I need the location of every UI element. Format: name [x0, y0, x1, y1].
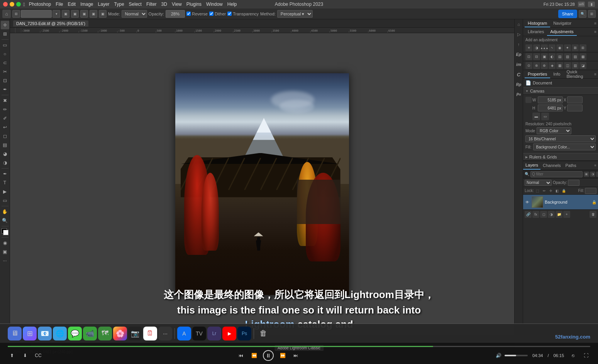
video-upload-icon[interactable]: ⬆	[8, 351, 16, 360]
adj-contrast[interactable]: ◑	[533, 44, 540, 51]
reverse-checkbox[interactable]	[186, 12, 191, 16]
dock-safari-icon[interactable]: 🌐	[53, 327, 67, 340]
video-step-forward-icon[interactable]: ⏩	[278, 351, 287, 360]
tool-history-brush[interactable]: ↩	[1, 123, 9, 131]
menu-layer[interactable]: Layer	[98, 2, 110, 7]
tool-healing[interactable]: ✖	[1, 96, 9, 105]
tool-marquee-ellipse[interactable]: ○	[1, 50, 9, 58]
tool-blur[interactable]: ◕	[1, 150, 9, 158]
link-proportions-icon[interactable]	[525, 97, 532, 103]
airplay-icon[interactable]: ⎋	[569, 351, 577, 360]
adj-vibrance[interactable]: ✦	[564, 44, 571, 51]
dock-trash-icon[interactable]: 🗑	[256, 327, 270, 340]
transparency-checkbox[interactable]	[227, 12, 232, 16]
fullscreen-icon[interactable]: ⛶	[582, 351, 590, 360]
ep-icon has-text big-text[interactable]: Ep	[515, 51, 522, 58]
video-pause-button[interactable]: ⏸	[263, 350, 274, 361]
toolbar-preset-input[interactable]	[21, 10, 52, 18]
video-cc-icon[interactable]: CC	[34, 351, 42, 360]
layers-panel-menu-icon[interactable]: ≡	[593, 163, 598, 168]
adj-extra-1[interactable]: ⊙	[525, 62, 532, 69]
dither-checkbox[interactable]	[209, 12, 213, 16]
pn-icon[interactable]: Pn	[515, 91, 522, 98]
adj-extra-4[interactable]: ◈	[549, 62, 556, 69]
layer-visibility-icon[interactable]: 👁	[525, 199, 530, 205]
tool-artboard[interactable]: ⊞	[1, 30, 9, 38]
layer-type-text-icon[interactable]: T	[596, 172, 598, 177]
toolbar-btn-3[interactable]: ▣	[80, 10, 88, 18]
tool-marquee-rect[interactable]: ▭	[1, 41, 9, 49]
fill-input[interactable]	[585, 188, 596, 194]
ps-home-icon[interactable]: ⌂	[515, 21, 522, 28]
search-icon[interactable]: 🔍	[579, 10, 586, 18]
video-step-back-icon[interactable]: ⏪	[250, 351, 258, 360]
tool-clone[interactable]: ✐	[1, 114, 9, 123]
panel-menu-icon[interactable]: ≡	[594, 21, 596, 25]
tool-crop[interactable]: ⊡	[1, 76, 9, 85]
layer-blend-mode-select[interactable]: Normal	[525, 180, 552, 186]
add-link-btn[interactable]: 🔗	[525, 211, 532, 218]
properties-panel-menu[interactable]: ≡	[594, 72, 596, 76]
tab-info[interactable]: Info	[550, 71, 563, 78]
tool-dodge[interactable]: ◑	[1, 158, 9, 167]
dock-messages-icon[interactable]: 💬	[68, 327, 82, 340]
fill-dropdown[interactable]: Background Color...	[533, 143, 596, 150]
background-layer-item[interactable]: 👁 Background 🔒	[523, 195, 598, 209]
layers-search-input[interactable]	[530, 171, 583, 177]
tab-histogram[interactable]: Histogram	[525, 20, 550, 27]
adj-color-balance[interactable]: ⊞	[579, 44, 586, 51]
dock-calendar-icon[interactable]: 🗓	[143, 327, 157, 340]
document-canvas[interactable]	[175, 73, 349, 295]
active-tab[interactable]: DAN_7293-Edit.tif @ 25% (RGB/16')	[13, 20, 88, 27]
dock-facetime-icon[interactable]: 📹	[83, 327, 97, 340]
adj-brightness[interactable]: ☀	[525, 44, 532, 51]
dock-maps-icon[interactable]: 🗺	[98, 327, 112, 340]
dock-youtube-icon[interactable]: ▶	[222, 327, 236, 340]
portrait-orientation-btn[interactable]: ▬	[532, 113, 540, 120]
adj-gradient-map[interactable]: ▨	[572, 53, 579, 60]
adj-extra-5[interactable]: ▦	[556, 62, 563, 69]
tool-quick-select[interactable]: ✂	[1, 67, 9, 76]
adjustments-panel-menu[interactable]: ≡	[594, 30, 596, 34]
tool-pen[interactable]: ✒	[1, 170, 9, 178]
dock-facetime2-icon[interactable]: 📷	[128, 327, 142, 340]
dock-finder-icon[interactable]: 🖥	[8, 327, 22, 340]
menu-filter[interactable]: Filter	[146, 2, 157, 7]
adj-levels[interactable]: ▲▲▲	[541, 44, 548, 51]
tool-move[interactable]: ✛	[1, 21, 9, 29]
tool-type[interactable]: T	[1, 179, 9, 187]
arrange-btn[interactable]: ⊞	[588, 10, 596, 18]
menu-view[interactable]: View	[172, 2, 182, 7]
tool-more[interactable]: ···	[1, 256, 9, 265]
adj-extra-3[interactable]: ⊕	[541, 62, 548, 69]
tool-path-select[interactable]: ▶	[1, 187, 9, 196]
delete-layer-btn[interactable]: 🗑	[590, 211, 596, 218]
lock-all-icon[interactable]: 🔒	[561, 188, 567, 194]
canvas-section-header[interactable]: ▼ Canvas	[523, 87, 598, 95]
toolbar-btn-5[interactable]: ▣	[99, 10, 107, 18]
lock-image-icon[interactable]: ✏	[542, 188, 547, 194]
dock-ps-icon[interactable]: Ps	[237, 327, 251, 340]
tab-paths[interactable]: Paths	[563, 162, 579, 169]
video-rewind-icon[interactable]: ⏮	[237, 351, 245, 360]
im-icon[interactable]: im	[515, 61, 522, 68]
lock-position-icon[interactable]: ✛	[548, 188, 554, 194]
tool-brush[interactable]: ✏	[1, 105, 9, 114]
add-group-btn[interactable]: 📁	[556, 211, 562, 218]
volume-icon[interactable]: 🔊	[495, 351, 503, 360]
dock-lr-icon[interactable]: Lr	[207, 327, 221, 340]
tab-adjustments[interactable]: Adjustments	[547, 28, 577, 36]
width-input[interactable]	[538, 96, 563, 103]
adj-selective-color[interactable]: ▩	[579, 53, 586, 60]
cloud-sync-icon[interactable]: ↑	[515, 41, 522, 48]
adj-curves[interactable]: ∿	[549, 44, 556, 51]
dock-appstore-icon[interactable]: A	[177, 327, 191, 340]
tab-navigator[interactable]: Navigator	[550, 20, 574, 27]
menu-image[interactable]: Image	[80, 2, 93, 7]
dock-more-apps[interactable]: ···	[158, 327, 172, 340]
height-input[interactable]	[538, 104, 563, 111]
dock-launchpad-icon[interactable]: ⊞	[23, 327, 37, 340]
adj-posterize[interactable]: ▤	[556, 53, 563, 60]
tab-layers[interactable]: Layers	[523, 161, 540, 170]
volume-slider[interactable]	[505, 355, 528, 356]
